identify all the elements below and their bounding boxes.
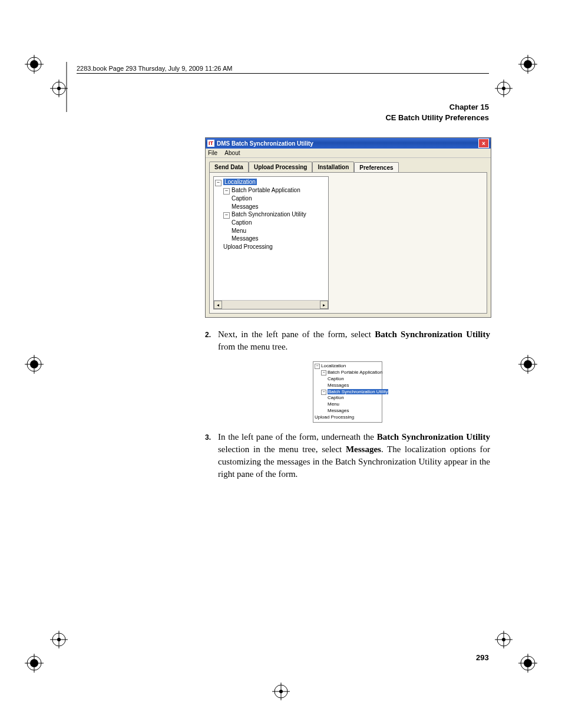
svg-point-16	[27, 357, 41, 371]
step-text: In the left pane of the form, underneath…	[218, 431, 490, 480]
tree2-bsu[interactable]: −Batch Synchronization Utility	[315, 389, 381, 396]
tab-preferences[interactable]: Preferences	[354, 162, 398, 173]
collapse-icon[interactable]: −	[215, 180, 222, 186]
svg-point-1	[30, 60, 38, 68]
svg-point-9	[524, 60, 532, 68]
tree-bsu[interactable]: −Batch Synchronization Utility	[215, 210, 327, 219]
svg-point-4	[52, 82, 65, 95]
tab-strip: Send Data Upload Processing Installation…	[209, 162, 487, 172]
tree-bpa-messages[interactable]: Messages	[215, 203, 327, 211]
collapse-icon[interactable]: −	[223, 188, 230, 195]
page-content: 2283.book Page 293 Thursday, July 9, 200…	[77, 65, 489, 489]
svg-point-20	[521, 357, 535, 371]
svg-point-29	[30, 659, 38, 667]
close-icon[interactable]: ×	[478, 139, 489, 148]
scroll-right-icon[interactable]: ▸	[320, 301, 328, 309]
chapter-header: Chapter 15 CE Batch Utility Preferences	[77, 102, 489, 123]
step-text: Next, in the left pane of the form, sele…	[218, 328, 490, 353]
tree2-bsu-menu[interactable]: Menu	[315, 401, 381, 408]
chapter-number: Chapter 15	[77, 102, 489, 113]
tree2-upload[interactable]: Upload Processing	[315, 414, 381, 421]
book-header: 2283.book Page 293 Thursday, July 9, 200…	[77, 65, 489, 74]
step-2: 2. Next, in the left pane of the form, s…	[205, 328, 490, 353]
svg-point-0	[27, 57, 41, 71]
collapse-icon[interactable]: −	[321, 390, 326, 395]
step-number: 2.	[205, 328, 218, 353]
app-icon: IT	[207, 140, 214, 147]
scroll-track[interactable]	[222, 301, 320, 309]
svg-point-43	[502, 638, 505, 641]
tree-bpa-caption[interactable]: Caption	[215, 195, 327, 203]
collapse-icon[interactable]: −	[223, 212, 230, 219]
window-titlebar: IT DMS Batch Synchronization Utility ×	[206, 138, 491, 149]
svg-point-12	[497, 82, 510, 95]
page-number: 293	[476, 653, 489, 662]
tree2-bsu-caption[interactable]: Caption	[315, 395, 381, 401]
tree2-bpa-messages[interactable]: Messages	[315, 383, 381, 389]
svg-point-17	[30, 360, 38, 368]
menu-about[interactable]: About	[224, 150, 240, 156]
tree2-bpa-caption[interactable]: Caption	[315, 376, 381, 383]
tab-installation[interactable]: Installation	[312, 162, 354, 172]
tab-send-data[interactable]: Send Data	[209, 162, 249, 172]
svg-point-8	[521, 57, 535, 71]
tree-bsu-menu[interactable]: Menu	[215, 227, 327, 235]
step-number: 3.	[205, 431, 218, 480]
tree-localization[interactable]: −Localization	[215, 178, 327, 186]
svg-point-37	[524, 659, 532, 667]
tree2-localization[interactable]: −Localization	[315, 363, 381, 370]
tree-bsu-caption[interactable]: Caption	[215, 219, 327, 227]
menu-file[interactable]: File	[208, 150, 217, 156]
tree-bsu-messages[interactable]: Messages	[215, 235, 327, 243]
svg-point-36	[521, 656, 535, 670]
tree-upload[interactable]: Upload Processing	[215, 243, 327, 251]
svg-point-32	[52, 633, 65, 646]
step-3: 3. In the left pane of the form, underne…	[205, 431, 490, 480]
svg-point-15	[502, 87, 505, 90]
svg-point-21	[524, 360, 532, 368]
tree2-bpa[interactable]: −Batch Portable Application	[315, 370, 381, 376]
horizontal-scrollbar[interactable]: ◂ ▸	[214, 300, 328, 309]
svg-point-27	[279, 690, 283, 693]
collapse-icon[interactable]: −	[321, 370, 326, 375]
small-tree-screenshot: −Localization −Batch Portable Applicatio…	[205, 361, 490, 422]
collapse-icon[interactable]: −	[315, 364, 320, 369]
window-title: DMS Batch Synchronization Utility	[217, 140, 478, 147]
tab-upload-processing[interactable]: Upload Processing	[249, 162, 313, 172]
svg-point-35	[57, 638, 61, 641]
tree-pane: −Localization −Batch Portable Applicatio…	[213, 176, 329, 309]
app-window-screenshot: IT DMS Batch Synchronization Utility × F…	[205, 137, 491, 318]
svg-point-28	[27, 656, 41, 670]
tab-body: −Localization −Batch Portable Applicatio…	[209, 172, 487, 314]
svg-point-40	[497, 633, 510, 646]
scroll-left-icon[interactable]: ◂	[214, 301, 222, 309]
tree-bpa[interactable]: −Batch Portable Application	[215, 186, 327, 195]
svg-point-24	[275, 685, 287, 698]
menubar: File About	[206, 149, 491, 158]
svg-point-7	[57, 87, 61, 90]
tree2-bsu-messages[interactable]: Messages	[315, 408, 381, 414]
chapter-title: CE Batch Utility Preferences	[77, 113, 489, 123]
